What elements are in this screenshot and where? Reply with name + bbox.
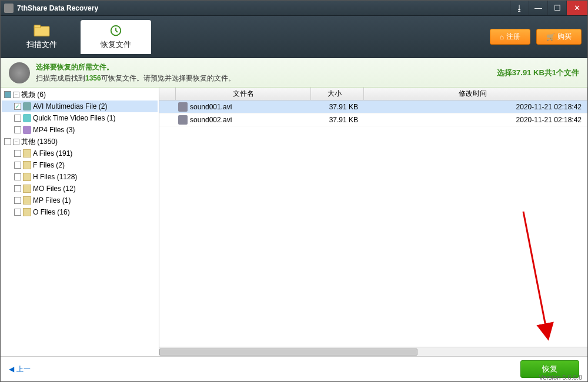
checkbox[interactable] <box>14 126 21 133</box>
download-icon[interactable]: ⭳ <box>510 1 529 15</box>
avi-file-icon <box>178 115 188 125</box>
file-list-header: 文件名 大小 修改时间 <box>159 88 587 100</box>
info-bar: 选择要恢复的所需文件。 扫描完成后找到1356可恢复文件。请预览并选择要恢复的文… <box>1 58 587 88</box>
tab-scan-files[interactable]: 扫描文件 <box>6 20 77 54</box>
tree-label: F Files (2) <box>33 161 65 169</box>
file-size: 37.91 KB <box>311 103 364 111</box>
file-row[interactable]: sound002.avi 37.91 KB 2020-11-21 02:18:4… <box>159 113 587 126</box>
horizontal-scrollbar[interactable] <box>159 347 587 356</box>
toolbar: 扫描文件 恢复文件 ⌂ 注册 🛒 购买 <box>1 16 587 58</box>
tree-item-quicktime[interactable]: Quick Time Video Files (1) <box>2 112 158 124</box>
file-date: 2020-11-21 02:18:42 <box>364 103 587 111</box>
tree-label: 其他 (1350) <box>21 137 58 147</box>
checkbox[interactable] <box>14 150 21 157</box>
cart-icon: 🛒 <box>546 33 555 41</box>
folder-icon <box>23 208 31 216</box>
selection-summary: 选择37.91 KB共1个文件 <box>497 68 579 78</box>
tree-label: A Files (191) <box>33 149 72 158</box>
video-file-icon <box>23 102 31 110</box>
folder-icon <box>23 173 31 181</box>
checkbox[interactable] <box>14 197 21 204</box>
file-size: 37.91 KB <box>311 116 364 124</box>
basket-icon: ⌂ <box>500 33 504 41</box>
window-controls: ⭳ — ☐ ✕ <box>510 1 587 15</box>
column-filename[interactable]: 文件名 <box>176 88 311 100</box>
tree-label: MO Files (12) <box>33 185 76 193</box>
tab-recover-files[interactable]: 恢复文件 <box>81 20 151 54</box>
folder-icon <box>23 149 31 158</box>
tree-item-mo[interactable]: MO Files (12) <box>2 183 158 195</box>
quicktime-icon <box>23 114 31 122</box>
previous-label: 上一 <box>16 364 31 374</box>
file-list: 文件名 大小 修改时间 sound001.avi 37.91 KB 2020-1… <box>159 88 587 356</box>
file-name: sound001.avi <box>190 103 232 111</box>
tree-item-mp4[interactable]: MP4 Files (3) <box>2 124 158 136</box>
checkbox[interactable] <box>14 209 21 216</box>
register-label: 注册 <box>506 32 520 42</box>
close-button[interactable]: ✕ <box>566 1 587 15</box>
svg-rect-1 <box>34 25 40 28</box>
minimize-button[interactable]: — <box>529 1 547 15</box>
category-tree[interactable]: − 视频 (6) AVI Multimedias File (2) Quick … <box>1 88 159 356</box>
column-modified[interactable]: 修改时间 <box>364 88 587 100</box>
titlebar: 7thShare Data Recovery ⭳ — ☐ ✕ <box>1 1 587 16</box>
mp4-icon <box>23 126 31 134</box>
checkbox[interactable] <box>14 185 21 192</box>
tree-label: H Files (1128) <box>33 173 77 181</box>
collapse-icon[interactable]: − <box>13 139 19 145</box>
tree-label: MP4 Files (3) <box>33 126 75 134</box>
header-check-all[interactable] <box>159 88 176 100</box>
tree-item-h[interactable]: H Files (1128) <box>2 171 158 183</box>
folder-icon <box>23 185 31 193</box>
tab-scan-label: 扫描文件 <box>26 39 57 50</box>
file-date: 2020-11-21 02:18:42 <box>364 116 587 124</box>
buy-label: 购买 <box>557 32 572 42</box>
tree-group-other[interactable]: − 其他 (1350) <box>2 136 158 148</box>
triangle-left-icon: ◀ <box>9 365 14 373</box>
checkbox[interactable] <box>14 115 21 122</box>
tree-item-o[interactable]: O Files (16) <box>2 206 158 218</box>
info-subtitle: 扫描完成后找到1356可恢复文件。请预览并选择要恢复的文件。 <box>36 73 235 83</box>
app-icon <box>4 4 14 13</box>
info-title: 选择要恢复的所需文件。 <box>36 62 235 72</box>
app-title: 7thShare Data Recovery <box>17 4 510 12</box>
checkbox[interactable] <box>14 103 21 110</box>
tree-label: MP Files (1) <box>33 196 71 205</box>
tree-label: O Files (16) <box>33 208 70 216</box>
restore-icon <box>108 24 124 37</box>
register-button[interactable]: ⌂ 注册 <box>490 29 530 45</box>
checkbox[interactable] <box>14 173 21 180</box>
file-row[interactable]: sound001.avi 37.91 KB 2020-11-21 02:18:4… <box>159 100 587 113</box>
folder-search-icon <box>34 24 50 37</box>
tree-item-avi[interactable]: AVI Multimedias File (2) <box>2 100 158 112</box>
buy-button[interactable]: 🛒 购买 <box>536 29 582 45</box>
file-list-body[interactable]: sound001.avi 37.91 KB 2020-11-21 02:18:4… <box>159 100 587 347</box>
tree-item-mp[interactable]: MP Files (1) <box>2 195 158 206</box>
previous-button[interactable]: ◀ 上一 <box>9 364 31 374</box>
tree-label: AVI Multimedias File (2) <box>33 102 107 110</box>
collapse-icon[interactable]: − <box>13 92 19 98</box>
column-size[interactable]: 大小 <box>311 88 364 100</box>
checkbox[interactable] <box>4 91 11 98</box>
folder-icon <box>23 196 31 205</box>
version-label: Version 6.6.6.8 <box>539 374 582 381</box>
tree-label: Quick Time Video Files (1) <box>33 114 116 122</box>
tree-label: 视频 (6) <box>21 90 46 100</box>
file-name: sound002.avi <box>190 116 232 124</box>
maximize-button[interactable]: ☐ <box>547 1 566 15</box>
avi-file-icon <box>178 102 188 112</box>
tree-item-f[interactable]: F Files (2) <box>2 159 158 171</box>
footer: ◀ 上一 恢复 <box>1 357 587 381</box>
checkbox[interactable] <box>14 162 21 169</box>
tree-group-video[interactable]: − 视频 (6) <box>2 89 158 100</box>
folder-icon <box>23 161 31 169</box>
tree-item-a[interactable]: A Files (191) <box>2 148 158 159</box>
tab-recover-label: 恢复文件 <box>101 39 131 50</box>
checkbox[interactable] <box>4 138 11 145</box>
info-disk-icon <box>9 62 30 83</box>
